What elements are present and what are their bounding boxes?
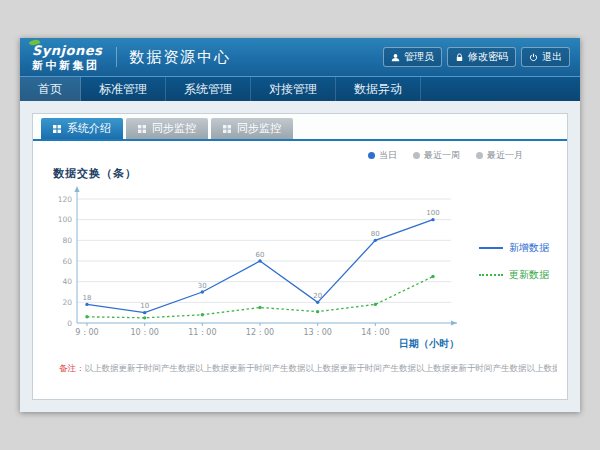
- page-title: 数据资源中心: [129, 48, 231, 67]
- filter-today[interactable]: 当日: [368, 149, 397, 162]
- admin-user-button[interactable]: 管理员: [383, 47, 442, 67]
- logo: Synjones 新中新集团: [32, 44, 102, 71]
- filter-last-week[interactable]: 最近一周: [413, 149, 460, 162]
- footnote-text: 以上数据更新于时间产生数据以上数据更新于时间产生数据以上数据更新于时间产生数据以…: [85, 363, 558, 373]
- svg-text:80: 80: [62, 236, 72, 245]
- footnote-label: 备注：: [59, 363, 85, 373]
- svg-text:40: 40: [62, 277, 72, 286]
- svg-text:100: 100: [426, 209, 439, 217]
- header-actions: 管理员 修改密码 退出: [383, 47, 570, 67]
- logo-secondary: 新中新集团: [32, 60, 102, 71]
- logo-primary: Synjones: [32, 44, 102, 57]
- svg-text:120: 120: [58, 195, 73, 204]
- main-panel: 系统介绍 同步监控 同步监控 当日: [32, 113, 568, 400]
- admin-user-label: 管理员: [404, 50, 434, 64]
- app-header: Synjones 新中新集团 数据资源中心 管理员 修改密码 退出: [20, 38, 580, 76]
- tab-sync-monitor-1[interactable]: 同步监控: [126, 118, 208, 139]
- dotted-line-icon: [479, 274, 503, 276]
- legend-update-data[interactable]: 更新数据: [479, 268, 549, 282]
- svg-text:10：00: 10：00: [130, 328, 158, 337]
- svg-text:60: 60: [62, 257, 72, 266]
- period-filter: 当日 最近一周 最近一月: [43, 149, 523, 162]
- divider: [116, 47, 117, 67]
- nav-item-docking-mgmt[interactable]: 对接管理: [251, 77, 336, 101]
- tab-system-intro[interactable]: 系统介绍: [41, 118, 123, 139]
- nav-item-standard-mgmt[interactable]: 标准管理: [81, 77, 166, 101]
- svg-text:10: 10: [140, 302, 149, 310]
- content-area: 系统介绍 同步监控 同步监控 当日: [20, 101, 580, 412]
- filter-label: 最近一月: [487, 149, 523, 162]
- filter-label: 当日: [379, 149, 397, 162]
- svg-text:13：00: 13：00: [303, 328, 331, 337]
- nav-item-data-change[interactable]: 数据异动: [336, 77, 421, 101]
- svg-text:30: 30: [198, 282, 207, 290]
- filter-last-month[interactable]: 最近一月: [476, 149, 523, 162]
- main-nav: 首页 标准管理 系统管理 对接管理 数据异动: [20, 76, 580, 101]
- app-window: Synjones 新中新集团 数据资源中心 管理员 修改密码 退出 首页 标准管…: [20, 38, 580, 412]
- grid-icon: [138, 125, 146, 133]
- svg-text:14：00: 14：00: [361, 328, 389, 337]
- legend-label: 更新数据: [509, 268, 549, 282]
- svg-text:100: 100: [58, 215, 73, 224]
- nav-item-home[interactable]: 首页: [20, 77, 81, 101]
- tab-label: 同步监控: [152, 118, 196, 139]
- solid-line-icon: [479, 247, 503, 249]
- logout-button[interactable]: 退出: [521, 47, 570, 67]
- tab-label: 同步监控: [237, 118, 281, 139]
- radio-dot-icon: [413, 152, 420, 159]
- svg-text:60: 60: [256, 251, 265, 259]
- svg-text:20: 20: [313, 292, 322, 300]
- user-icon: [391, 53, 400, 62]
- grid-icon: [53, 125, 61, 133]
- lock-icon: [455, 53, 464, 62]
- power-icon: [529, 53, 538, 62]
- svg-text:日期（小时）: 日期（小时）: [399, 338, 459, 349]
- radio-dot-icon: [476, 152, 483, 159]
- legend-label: 新增数据: [509, 241, 549, 255]
- tab-label: 系统介绍: [67, 118, 111, 139]
- change-password-button[interactable]: 修改密码: [447, 47, 516, 67]
- nav-item-system-mgmt[interactable]: 系统管理: [166, 77, 251, 101]
- tab-bar: 系统介绍 同步监控 同步监控: [33, 114, 567, 141]
- svg-text:11：00: 11：00: [188, 328, 216, 337]
- svg-text:80: 80: [371, 230, 380, 238]
- filter-label: 最近一周: [424, 149, 460, 162]
- svg-text:12：00: 12：00: [246, 328, 274, 337]
- logout-label: 退出: [542, 50, 562, 64]
- line-chart: 0204060801001209：0010：0011：0012：0013：001…: [43, 181, 475, 349]
- change-password-label: 修改密码: [468, 50, 508, 64]
- footnote: 备注：以上数据更新于时间产生数据以上数据更新于时间产生数据以上数据更新于时间产生…: [43, 363, 557, 375]
- radio-dot-icon: [368, 152, 375, 159]
- y-axis-title: 数据交换（条）: [53, 166, 557, 181]
- legend-new-data[interactable]: 新增数据: [479, 241, 549, 255]
- grid-icon: [223, 125, 231, 133]
- chart-section: 当日 最近一周 最近一月 数据交换（条） 0204060801001209：00…: [33, 141, 567, 399]
- series-legend: 新增数据 更新数据: [479, 241, 549, 282]
- tab-sync-monitor-2[interactable]: 同步监控: [211, 118, 293, 139]
- svg-text:18: 18: [83, 294, 92, 302]
- svg-text:20: 20: [62, 298, 72, 307]
- chart-row: 0204060801001209：0010：0011：0012：0013：001…: [43, 181, 557, 349]
- svg-text:0: 0: [67, 319, 72, 328]
- svg-text:9：00: 9：00: [75, 328, 98, 337]
